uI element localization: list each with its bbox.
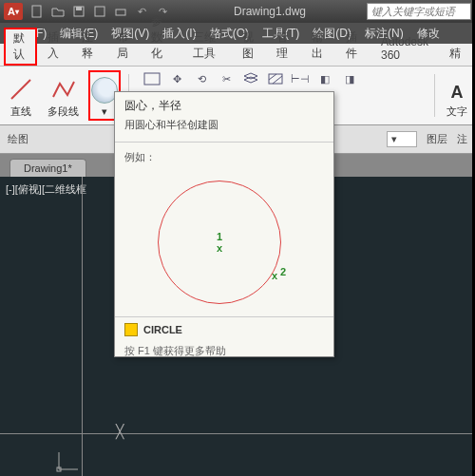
dim-icon[interactable]: ⊢⊣	[291, 70, 310, 87]
svg-rect-2	[76, 7, 82, 10]
doc-tab[interactable]: Drawing1*	[10, 159, 86, 177]
line-icon	[8, 76, 34, 103]
svg-rect-3	[95, 7, 104, 16]
layer-combo[interactable]: ▾	[387, 131, 417, 147]
ribbon-tab-a360[interactable]: Autodesk 360	[370, 31, 439, 66]
diagram-point-2: x 2	[272, 266, 286, 281]
text-tool[interactable]: A 文字	[443, 70, 471, 121]
app-menu-button[interactable]: A▾	[4, 3, 23, 20]
hatch-icon[interactable]	[266, 70, 285, 87]
search-input[interactable]	[367, 3, 471, 20]
ribbon-tab-manage[interactable]: 管理	[266, 26, 301, 66]
ribbon-tab-annotate[interactable]: 注释	[71, 26, 106, 66]
tooltip-circle: 圆心，半径 用圆心和半径创建圆 例如： 1x x 2 CIRCLE 按 F1 键…	[114, 91, 334, 357]
plot-icon[interactable]	[113, 4, 128, 19]
command-icon	[124, 323, 138, 336]
line-tool[interactable]: 直线	[4, 70, 38, 121]
tooltip-command: CIRCLE	[143, 324, 182, 335]
ribbon-tab-view[interactable]: 视图	[232, 26, 267, 66]
trim-icon[interactable]: ✂	[217, 70, 236, 87]
save-icon[interactable]	[71, 4, 86, 19]
ribbon-tab-strip: 默认 插入 注释 布局 参数化 三维工具 视图 管理 输出 插件 Autodes…	[0, 44, 475, 67]
separator	[434, 74, 435, 117]
ribbon-tab-addins[interactable]: 插件	[335, 26, 370, 66]
saveas-icon[interactable]	[92, 4, 107, 19]
chevron-down-icon: ▾	[102, 105, 107, 118]
crosshair-h	[0, 433, 475, 434]
tooltip-subtitle: 用圆心和半径创建圆	[115, 116, 333, 138]
line-label: 直线	[10, 105, 31, 119]
ribbon-tab-3d[interactable]: 三维工具	[182, 26, 231, 66]
layer-panel-label: 图层	[427, 132, 447, 146]
new-icon[interactable]	[29, 4, 45, 19]
text-label: 文字	[446, 105, 467, 119]
svg-rect-6	[144, 73, 160, 85]
polyline-label: 多段线	[48, 105, 79, 119]
svg-line-5	[11, 80, 30, 99]
ribbon-tab-layout[interactable]: 布局	[106, 26, 142, 66]
cursor-pickbox: ╳	[116, 424, 124, 439]
tooltip-title: 圆心，半径	[115, 92, 333, 116]
title-bar: A▾ ↶ ↷ Drawing1.dwg	[0, 0, 475, 23]
rotate-icon[interactable]: ⟲	[192, 70, 211, 87]
viewport-label[interactable]: [-][俯视][二维线框	[6, 182, 86, 197]
crosshair-v	[82, 177, 83, 476]
tooltip-help: 按 F1 键获得更多帮助	[115, 342, 333, 364]
move-icon[interactable]: ✥	[167, 70, 186, 87]
tooltip-footer: CIRCLE	[115, 316, 333, 342]
panel-draw-label: 绘图	[8, 132, 28, 146]
ribbon-tab-param[interactable]: 参数化	[141, 10, 182, 66]
ucs-icon	[57, 452, 86, 476]
rect-icon[interactable]	[142, 70, 162, 87]
anno-label: 注	[457, 132, 467, 146]
separator	[115, 142, 333, 143]
text-icon: A	[451, 83, 464, 103]
tooltip-diagram: 1x x 2	[129, 176, 319, 309]
match-icon[interactable]: ◨	[340, 70, 359, 87]
svg-rect-4	[116, 10, 125, 15]
layer-icon[interactable]	[241, 70, 260, 87]
tooltip-example-label: 例如：	[115, 146, 333, 168]
ribbon-tab-insert[interactable]: 插入	[37, 26, 72, 66]
svg-line-8	[269, 74, 276, 80]
autocad-logo-icon: A	[8, 6, 15, 17]
ribbon-tab-default[interactable]: 默认	[4, 28, 37, 66]
polyline-tool[interactable]: 多段线	[44, 70, 83, 121]
ribbon-tab-output[interactable]: 输出	[301, 26, 336, 66]
doc-title: Drawing1.dwg	[173, 5, 367, 18]
props-icon[interactable]: ◧	[315, 70, 334, 87]
svg-line-9	[273, 76, 282, 84]
svg-rect-0	[32, 6, 41, 17]
polyline-icon	[50, 76, 77, 103]
diagram-point-1: 1x	[217, 231, 222, 254]
open-icon[interactable]	[50, 4, 66, 19]
ribbon-tab-more[interactable]: 精	[439, 42, 471, 66]
